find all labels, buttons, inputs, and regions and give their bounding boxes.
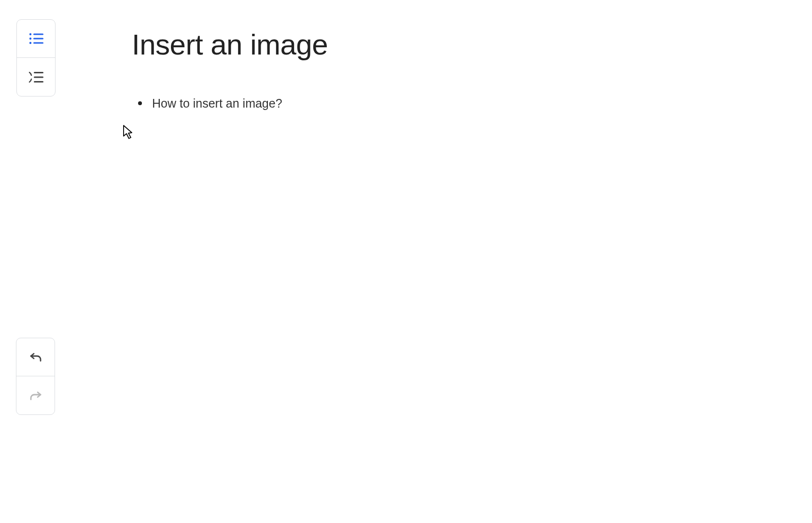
redo-icon <box>29 389 42 402</box>
undo-icon <box>29 351 42 363</box>
outline-icon <box>28 70 44 84</box>
svg-rect-3 <box>33 38 43 39</box>
bullet-list: How to insert an image? <box>132 95 764 112</box>
bullet-list-icon <box>29 33 43 44</box>
svg-rect-6 <box>34 72 43 73</box>
page-title: Insert an image <box>132 28 764 61</box>
svg-point-0 <box>29 33 31 35</box>
top-toolbar <box>16 19 56 96</box>
content-area[interactable]: Insert an image How to insert an image? <box>132 28 764 112</box>
svg-point-2 <box>29 38 31 40</box>
bottom-toolbar <box>16 338 55 415</box>
svg-rect-7 <box>34 76 43 78</box>
svg-rect-5 <box>33 42 43 43</box>
list-item[interactable]: How to insert an image? <box>140 95 764 112</box>
svg-point-4 <box>29 42 31 44</box>
undo-button[interactable] <box>16 338 55 376</box>
svg-rect-1 <box>33 33 43 35</box>
bullet-list-button[interactable] <box>17 20 55 58</box>
svg-rect-8 <box>34 81 43 83</box>
outline-button[interactable] <box>17 58 55 96</box>
cursor-icon <box>123 124 133 139</box>
redo-button[interactable] <box>16 376 55 414</box>
